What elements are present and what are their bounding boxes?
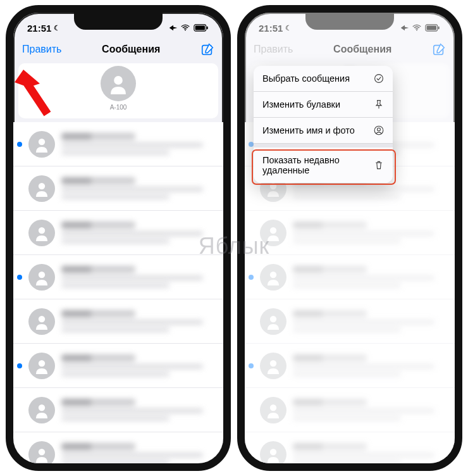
svg-point-5 — [114, 76, 123, 85]
person-icon — [34, 446, 50, 463]
person-icon — [265, 358, 281, 374]
conversation-row[interactable] — [245, 255, 455, 299]
svg-point-26 — [270, 360, 276, 366]
avatar — [260, 441, 286, 468]
svg-point-7 — [39, 182, 45, 189]
compose-icon[interactable] — [432, 42, 446, 56]
conversation-row[interactable] — [245, 211, 455, 255]
notch — [74, 12, 163, 30]
avatar — [28, 175, 55, 202]
person-circle-icon — [374, 125, 384, 135]
conversation-row[interactable] — [245, 388, 455, 432]
svg-point-31 — [374, 126, 383, 135]
edit-menu: Выбрать сообщения Изменить булавки Измен… — [254, 66, 393, 183]
row-preview — [293, 266, 447, 288]
nav-bar: Править Сообщения — [245, 38, 455, 63]
unread-dot — [17, 363, 22, 368]
conversation-row[interactable] — [13, 166, 223, 211]
menu-edit-name-photo[interactable]: Изменить имя и фото — [254, 118, 393, 144]
avatar — [260, 353, 286, 379]
row-preview — [61, 266, 216, 288]
phone-right: 21:51 ☾ Править Сообщения A-100 — [237, 5, 462, 471]
focus-moon-icon: ☾ — [54, 24, 60, 32]
nav-title: Сообщения — [102, 44, 160, 55]
conversation-row[interactable] — [13, 122, 223, 166]
svg-point-22 — [270, 182, 276, 189]
row-preview — [293, 310, 447, 332]
avatar — [260, 308, 286, 335]
row-preview — [293, 443, 447, 465]
airplane-icon — [169, 24, 178, 32]
person-icon — [265, 225, 281, 241]
person-icon — [34, 402, 50, 418]
pinned-contact[interactable]: A-100 — [18, 63, 218, 118]
menu-show-recently-deleted[interactable]: Показать недавно удаленные — [254, 147, 393, 183]
svg-point-27 — [270, 404, 276, 410]
svg-point-11 — [39, 360, 45, 366]
person-icon — [34, 136, 50, 153]
menu-item-label: Выбрать сообщения — [262, 73, 350, 84]
notch — [305, 12, 394, 30]
svg-point-12 — [39, 404, 45, 410]
status-time: 21:51 — [259, 23, 283, 34]
avatar — [28, 397, 55, 423]
conversation-row[interactable] — [13, 344, 223, 388]
conversation-row[interactable] — [13, 255, 223, 299]
svg-point-6 — [39, 138, 45, 144]
avatar — [260, 220, 286, 246]
nav-bar: Править Сообщения — [13, 38, 223, 63]
wifi-icon — [181, 24, 190, 32]
menu-item-label: Изменить имя и фото — [262, 125, 355, 135]
conversation-row[interactable] — [245, 344, 455, 388]
nav-title: Сообщения — [333, 44, 391, 55]
svg-point-10 — [39, 315, 45, 322]
battery-icon — [193, 24, 209, 32]
row-preview — [293, 354, 447, 377]
svg-rect-3 — [207, 27, 208, 29]
svg-point-28 — [270, 448, 276, 454]
menu-select-messages[interactable]: Выбрать сообщения — [254, 66, 393, 92]
svg-point-8 — [39, 227, 45, 233]
avatar — [28, 264, 55, 291]
edit-button[interactable]: Править — [22, 44, 61, 55]
wifi-icon — [412, 24, 421, 32]
row-preview — [61, 222, 216, 244]
row-preview — [61, 399, 216, 421]
avatar — [28, 220, 55, 246]
person-icon — [265, 313, 281, 330]
unread-dot — [249, 363, 254, 368]
avatar — [260, 397, 286, 423]
menu-edit-pins[interactable]: Изменить булавки — [254, 92, 393, 118]
conversation-row[interactable] — [13, 388, 223, 432]
menu-item-label: Изменить булавки — [262, 99, 340, 110]
row-preview — [61, 133, 216, 155]
conversation-row[interactable] — [245, 432, 455, 471]
menu-item-label: Показать недавно удаленные — [262, 155, 364, 175]
phone-left: 21:51 ☾ Править Сообщения A-100 — [6, 5, 231, 471]
conversation-row[interactable] — [13, 299, 223, 344]
svg-point-23 — [270, 227, 276, 233]
svg-point-13 — [39, 448, 45, 454]
svg-rect-17 — [427, 26, 436, 30]
conversation-row[interactable] — [245, 299, 455, 344]
conversation-list[interactable] — [13, 122, 223, 471]
row-preview — [293, 399, 447, 421]
person-icon — [34, 358, 50, 374]
avatar — [28, 441, 55, 468]
svg-point-0 — [185, 30, 186, 31]
avatar — [28, 308, 55, 335]
status-time: 21:51 — [27, 23, 51, 34]
compose-icon[interactable] — [200, 42, 214, 56]
conversation-row[interactable] — [13, 432, 223, 471]
person-icon — [34, 180, 50, 197]
svg-rect-2 — [195, 26, 205, 30]
person-icon — [265, 402, 281, 418]
edit-button[interactable]: Править — [254, 44, 293, 55]
svg-point-25 — [270, 315, 276, 322]
svg-point-32 — [378, 128, 381, 131]
person-icon — [265, 446, 281, 463]
row-preview — [61, 354, 216, 377]
airplane-icon — [400, 24, 409, 32]
row-preview — [61, 443, 216, 465]
conversation-row[interactable] — [13, 211, 223, 255]
